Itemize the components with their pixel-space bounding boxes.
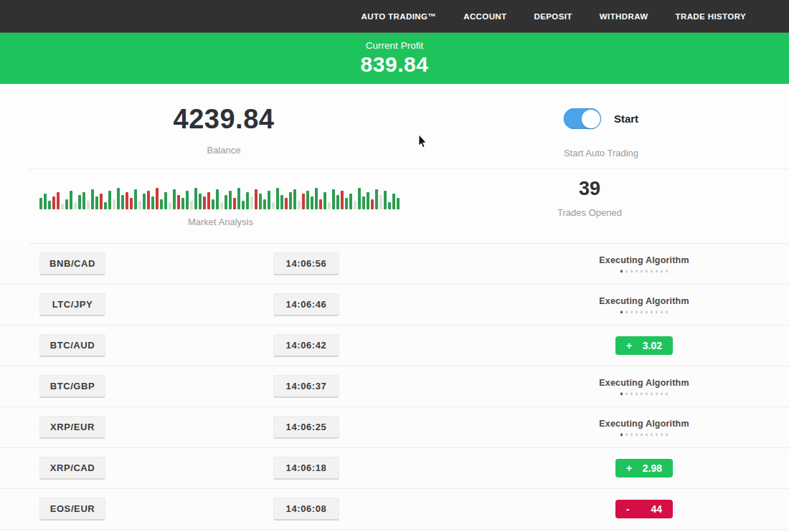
market-bar <box>220 202 223 209</box>
market-bar <box>164 192 167 209</box>
progress-dot <box>646 270 648 272</box>
market-analysis-row: Market Analysis 39 Trades Opened <box>0 169 789 244</box>
market-bar <box>100 194 103 209</box>
trades-list: BNB/CAD 14:06:56 Executing Algorithm LTC… <box>0 244 789 530</box>
market-bar <box>336 195 339 209</box>
progress-dot <box>656 270 658 272</box>
toggle-state-label: Start <box>614 113 638 125</box>
market-bar <box>48 201 51 209</box>
progress-dot <box>641 270 643 272</box>
market-bar <box>246 192 249 209</box>
progress-dot <box>636 270 638 272</box>
market-bar <box>242 201 245 209</box>
market-bar <box>280 195 283 209</box>
market-bar <box>371 199 374 209</box>
market-bar <box>268 191 270 209</box>
market-bar <box>160 199 163 209</box>
market-bar <box>39 198 42 209</box>
market-bar <box>104 202 107 209</box>
market-bar <box>341 191 344 209</box>
progress-dot <box>630 433 633 436</box>
progress-dots <box>587 270 701 272</box>
pair-pill[interactable]: BTC/AUD <box>39 334 105 357</box>
market-bar <box>375 189 378 209</box>
progress-dot <box>646 310 648 313</box>
progress-dot <box>666 433 668 436</box>
market-bar <box>392 194 395 209</box>
trade-row: BTC/GBP 14:06:37 Executing Algorithm <box>0 366 789 407</box>
market-bar <box>65 199 68 209</box>
pair-pill[interactable]: BTC/GBP <box>39 375 105 398</box>
progress-dot <box>620 433 623 436</box>
trade-status: Executing Algorithm <box>587 296 701 313</box>
nav-item-withdraw[interactable]: WITHDRAW <box>600 12 648 21</box>
market-bar <box>138 201 141 209</box>
market-bar <box>151 196 154 209</box>
nav-item-auto-trading[interactable]: AUTO TRADING™ <box>362 12 437 21</box>
balance-value: 4239.84 <box>174 104 275 135</box>
market-bar <box>289 192 292 209</box>
trade-row: BNB/CAD 14:06:56 Executing Algorithm <box>0 244 789 285</box>
progress-dot <box>620 270 623 272</box>
time-pill[interactable]: 14:06:08 <box>273 498 339 521</box>
executing-algorithm-label: Executing Algorithm <box>587 255 701 265</box>
auto-trading-toggle-block: Start Start Auto Trading <box>564 108 638 158</box>
market-bar <box>117 188 120 209</box>
market-bar <box>95 196 98 209</box>
market-bar <box>311 196 313 209</box>
result-sign: + <box>626 462 632 474</box>
pair-pill[interactable]: XRP/EUR <box>39 416 105 439</box>
result-badge: + 3.02 <box>615 336 673 355</box>
time-pill[interactable]: 14:06:42 <box>273 334 339 357</box>
nav-item-account[interactable]: ACCOUNT <box>463 12 506 21</box>
market-bar <box>306 191 309 209</box>
top-navigation: AUTO TRADING™ACCOUNTDEPOSITWITHDRAWTRADE… <box>0 0 789 33</box>
market-bar <box>108 191 111 209</box>
market-bar <box>259 194 262 209</box>
pair-pill[interactable]: LTC/JPY <box>39 293 105 316</box>
progress-dot <box>641 392 643 395</box>
market-bar <box>87 201 90 209</box>
market-bar <box>263 199 266 209</box>
progress-dot <box>651 392 653 395</box>
market-bar <box>203 196 206 209</box>
trade-row: BTC/AUD 14:06:42 + 3.02 <box>0 326 789 366</box>
market-bar <box>384 191 387 209</box>
pair-pill[interactable]: XRP/CAD <box>39 457 105 480</box>
market-bar <box>199 194 202 209</box>
executing-algorithm-label: Executing Algorithm <box>587 296 701 306</box>
market-bar <box>126 192 128 209</box>
market-bar <box>233 198 236 209</box>
market-bar <box>345 198 348 209</box>
market-bar <box>44 194 47 209</box>
trade-row: EOS/EUR 14:06:08 - 44 <box>0 489 789 530</box>
time-pill[interactable]: 14:06:46 <box>273 293 339 316</box>
market-bar <box>91 189 94 209</box>
market-bar <box>173 189 176 209</box>
pair-pill[interactable]: BNB/CAD <box>39 252 105 275</box>
progress-dot <box>636 433 638 436</box>
progress-dot <box>661 433 663 436</box>
trade-status: Executing Algorithm <box>587 378 701 395</box>
trade-status: Executing Algorithm <box>587 419 701 436</box>
time-pill[interactable]: 14:06:18 <box>273 457 339 480</box>
market-bar <box>328 202 331 209</box>
progress-dot <box>656 310 658 313</box>
pair-pill[interactable]: EOS/EUR <box>39 498 105 521</box>
nav-item-deposit[interactable]: DEPOSIT <box>534 12 572 21</box>
auto-trading-toggle[interactable] <box>564 108 601 129</box>
time-pill[interactable]: 14:06:25 <box>273 416 339 439</box>
progress-dot <box>661 392 663 395</box>
progress-dot <box>661 310 663 313</box>
nav-item-trade-history[interactable]: TRADE HISTORY <box>676 12 747 21</box>
market-bar <box>229 191 232 209</box>
progress-dot <box>625 270 628 272</box>
progress-dot <box>641 433 643 436</box>
result-sign: - <box>626 503 630 515</box>
time-pill[interactable]: 14:06:37 <box>273 375 339 398</box>
progress-dot <box>625 433 628 436</box>
market-bar <box>358 188 361 209</box>
market-bar <box>388 202 391 209</box>
time-pill[interactable]: 14:06:56 <box>273 252 339 275</box>
market-bar <box>134 189 137 209</box>
